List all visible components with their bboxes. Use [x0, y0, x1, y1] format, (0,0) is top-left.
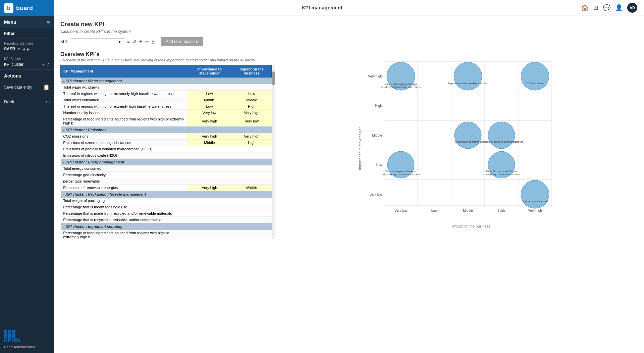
- svg-text:or extremly high baseline wate: or extremly high baseline water stress: [381, 86, 421, 89]
- sidebar-menu-dot: [47, 21, 50, 23]
- table-row: Percentage of food ingredients sourced f…: [61, 230, 272, 239]
- save-data-entry-icon: 📋: [43, 84, 50, 90]
- save-data-entry-label: Save data entry: [4, 85, 32, 90]
- sidebar-filter-section: Filter: [0, 28, 54, 39]
- create-kpi-desc: Click here to create KPI´s in the system: [60, 29, 637, 34]
- kpi-dropdown[interactable]: ▼: [71, 38, 124, 45]
- svg-text:Importance to stakeholder: Importance to stakeholder: [358, 127, 362, 170]
- table-row: Percentage that is recyclable, reusable,…: [61, 217, 272, 223]
- kpi-field-label: KPI:: [60, 39, 68, 44]
- table-row: Percentage that is meant for single use: [61, 204, 272, 210]
- create-kpi-title: Create new KPI: [60, 21, 637, 28]
- back-icon: ↩: [45, 99, 50, 105]
- page-body: Create new KPI Click here to create KPI´…: [54, 15, 644, 353]
- add-icon[interactable]: +: [139, 39, 142, 45]
- table-row: Number quality issuesVery lowVery high: [61, 110, 272, 116]
- sasb-value: SASB: [4, 47, 15, 51]
- svg-point-26: [454, 62, 482, 90]
- table-row: Emissions of partially fluorinated hydro…: [61, 146, 272, 152]
- sidebar-footer: KPMG User: Administrator: [0, 326, 54, 353]
- col-header-importance: Importance to stakeholder: [187, 65, 232, 78]
- kpi-table-area: Overview KPI´s Overview of the existing …: [60, 51, 275, 239]
- home-icon[interactable]: 🏠: [581, 4, 589, 11]
- table-row: Total water withdrawn: [61, 84, 272, 91]
- table-row: Total water consumedMiddleMiddle: [61, 97, 272, 103]
- page-title: KPI management: [302, 5, 342, 10]
- svg-text:Middle: Middle: [463, 209, 473, 212]
- svg-text:Middle: Middle: [372, 134, 382, 137]
- kpi-cluster-value: KPI cluster: [4, 62, 40, 67]
- table-row: Expansion of renewable energiesVery high…: [61, 185, 272, 191]
- sidebar-actions-section: Actions Save data entry 📋: [0, 70, 54, 96]
- svg-text:Thereof in regions with high o: Thereof in regions with high or: [385, 170, 417, 173]
- sidebar-menu-section[interactable]: Menu: [0, 16, 54, 28]
- table-row: - KPI cluster : Emissions: [61, 127, 272, 134]
- kpmg-logo: KPMG: [4, 330, 50, 344]
- table-row: Percentage of food ingredients sourced f…: [61, 116, 272, 127]
- sasb-dropdown-icon[interactable]: ▼: [17, 47, 20, 51]
- sidebar-kpi-cluster-section: KPI Cluster KPI cluster ▼ ↺: [0, 54, 54, 70]
- col-header-impact: Impact on the business: [232, 65, 271, 78]
- svg-point-24: [521, 62, 549, 90]
- svg-text:Expansion of renewable energie: Expansion of renewable energies: [448, 82, 488, 85]
- board-logo-text: board: [16, 5, 33, 12]
- svg-text:Very low: Very low: [394, 209, 408, 212]
- topbar: KPI management 🏠 ⊞ 💬 👤 AD: [54, 0, 644, 15]
- svg-text:extremely high baseline water : extremely high baseline water stress: [382, 173, 420, 176]
- overview-title: Overview KPI´s: [60, 51, 275, 57]
- svg-text:Low: Low: [431, 209, 438, 212]
- sidebar-filter-label: Filter: [4, 31, 15, 36]
- svg-text:Emissions of ozone-depleting s: Emissions of ozone-depleting substances: [480, 141, 523, 143]
- col-header-kpi: KPI Management: [61, 65, 187, 78]
- sidebar: b board Menu Filter Reporting Standard S…: [0, 0, 54, 353]
- sidebar-back-section[interactable]: Back ↩: [0, 96, 54, 108]
- svg-text:Total water consumed: Total water consumed: [455, 140, 481, 143]
- table-row: - KPI cluster : Water management: [61, 78, 272, 85]
- svg-text:High: High: [498, 209, 505, 212]
- svg-point-31: [454, 122, 481, 149]
- chat-icon[interactable]: 💬: [603, 4, 610, 11]
- kpi-toolbar: KPI: ▼ ≡ ↺ + ✏ ⎘ Add new measure: [60, 37, 637, 46]
- sasb-nav-right[interactable]: ▶: [27, 47, 30, 51]
- kpi-cluster-label: KPI Cluster: [4, 57, 50, 61]
- add-new-measure-button[interactable]: Add new measure: [161, 37, 203, 46]
- table-row: Total weight of packaging: [61, 198, 272, 204]
- overview-desc: Overview of the existing KPI´s in the sy…: [60, 58, 275, 62]
- svg-text:Very high: Very high: [368, 74, 382, 78]
- svg-text:Low: Low: [376, 163, 382, 167]
- svg-text:sourced from regions with high: sourced from regions with high: [385, 83, 417, 86]
- svg-text:extremly high baseline water s: extremly high baseline water stress: [483, 173, 520, 176]
- edit-icon[interactable]: ✏: [145, 39, 149, 44]
- table-scrollbar[interactable]: [272, 65, 275, 239]
- svg-text:Very low: Very low: [369, 193, 382, 196]
- table-row: Percentage grid electricity: [61, 172, 272, 178]
- kpi-table-body: - KPI cluster : Water managementTotal wa…: [61, 78, 272, 240]
- main-content: KPI management 🏠 ⊞ 💬 👤 AD Create new KPI…: [54, 0, 644, 353]
- table-row: Total energy consumed: [61, 165, 272, 172]
- kpi-cluster-refresh-icon[interactable]: ↺: [46, 62, 50, 67]
- table-row: Emissions of nitrous oxide (N2O): [61, 152, 272, 159]
- sasb-nav-left[interactable]: ◀: [22, 47, 25, 51]
- svg-text:Thereof in regions with high o: Thereof in regions with high or: [486, 170, 518, 173]
- svg-text:Number quality issues: Number quality issues: [522, 200, 548, 203]
- kpmg-text: KPMG: [4, 338, 20, 343]
- kpi-cluster-dropdown-icon[interactable]: ▼: [42, 63, 45, 66]
- overview-section: Overview KPI´s Overview of the existing …: [60, 51, 637, 239]
- actions-label: Actions: [4, 73, 50, 79]
- filter-icon[interactable]: ≡: [127, 39, 130, 44]
- table-row: - KPI cluster : Packaging lifecycle mana…: [61, 191, 272, 198]
- kpi-table-scroll[interactable]: KPI Management Importance to stakeholder…: [60, 65, 272, 239]
- board-logo-b: b: [4, 3, 13, 13]
- svg-text:Impact on the business: Impact on the business: [452, 224, 490, 228]
- save-data-entry-item[interactable]: Save data entry 📋: [4, 82, 50, 92]
- refresh-icon[interactable]: ↺: [132, 39, 137, 44]
- table-row: Emissions of ozone-depleting substancesM…: [61, 140, 272, 146]
- copy-icon[interactable]: ⎘: [152, 39, 154, 44]
- user-circle-icon[interactable]: 👤: [615, 4, 623, 11]
- kpi-dropdown-arrow: ▼: [118, 40, 121, 44]
- avatar[interactable]: AD: [627, 3, 637, 13]
- dashboard-icon[interactable]: ⊞: [593, 4, 598, 11]
- svg-point-41: [521, 180, 549, 208]
- table-row: Thereof in regions with high or extremel…: [61, 91, 272, 97]
- table-row: percentage renewable: [61, 178, 272, 185]
